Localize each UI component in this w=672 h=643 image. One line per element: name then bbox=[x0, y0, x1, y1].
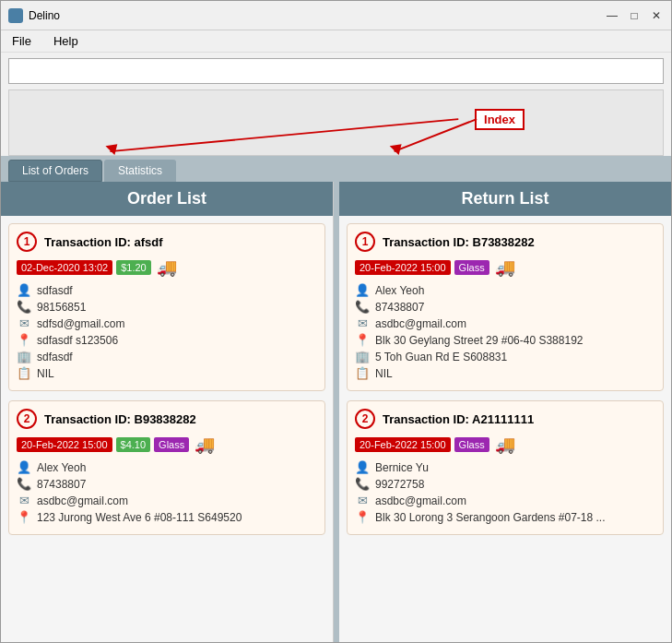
svg-line-0 bbox=[110, 119, 458, 151]
email-icon-r2: ✉ bbox=[355, 494, 370, 507]
order-1-email-row: ✉ sdfsd@gmail.com bbox=[17, 316, 317, 330]
return-2-date-badge: 20-Feb-2022 15:00 bbox=[355, 437, 451, 452]
return-1-address-row: 📍 Blk 30 Geylang Street 29 #06-40 S38819… bbox=[355, 333, 655, 347]
index-area: Index bbox=[8, 89, 664, 156]
svg-line-2 bbox=[395, 119, 477, 151]
return-1-notes-row: 📋 NIL bbox=[355, 366, 655, 380]
app-icon bbox=[8, 8, 23, 23]
order-list-header: Order List bbox=[1, 182, 333, 216]
menu-help[interactable]: Help bbox=[48, 32, 84, 50]
order-2-email-row: ✉ asdbc@gmail.com bbox=[17, 494, 317, 507]
return-1-email-row: ✉ asdbc@gmail.com bbox=[355, 316, 655, 330]
order-1-title: 1 Transaction ID: afsdf bbox=[17, 232, 317, 252]
svg-marker-3 bbox=[390, 144, 402, 155]
app-window: Delino — □ ✕ File Help Index List of Ord… bbox=[0, 0, 672, 643]
return-2-address-row: 📍 Blk 30 Lorong 3 Serangoon Gardens #07-… bbox=[355, 510, 655, 524]
order-2-glass-badge: Glass bbox=[154, 437, 189, 452]
order-2-badges: 20-Feb-2022 15:00 $4.10 Glass 🚚 bbox=[17, 435, 317, 455]
order-2-phone-row: 📞 87438807 bbox=[17, 477, 317, 491]
order-1-phone-row: 📞 98156851 bbox=[17, 300, 317, 314]
return-2-badges: 20-Feb-2022 15:00 Glass 🚚 bbox=[355, 435, 655, 455]
app-title: Delino bbox=[29, 9, 60, 22]
person-icon-r2: 👤 bbox=[355, 460, 370, 474]
order-1-badges: 02-Dec-2020 13:02 $1.20 🚚 bbox=[17, 257, 317, 278]
return-list-column: Return List 1 Transaction ID: B73838282 … bbox=[339, 182, 671, 642]
phone-icon-2: 📞 bbox=[17, 477, 31, 491]
phone-icon-r1: 📞 bbox=[355, 300, 370, 314]
title-bar-left: Delino bbox=[8, 8, 60, 23]
location-icon-r2: 📍 bbox=[355, 510, 370, 524]
return-2-truck-icon: 🚚 bbox=[495, 435, 515, 455]
order-2-price-badge: $4.10 bbox=[116, 437, 151, 452]
order-1-building-row: 🏢 sdfasdf bbox=[17, 350, 317, 363]
order-2-num: 2 bbox=[17, 409, 37, 429]
return-2-title: 2 Transaction ID: A21111111 bbox=[355, 409, 655, 429]
close-button[interactable]: ✕ bbox=[649, 8, 664, 23]
person-icon: 👤 bbox=[17, 283, 31, 297]
order-card-1: 1 Transaction ID: afsdf 02-Dec-2020 13:0… bbox=[8, 223, 325, 391]
order-2-date-badge: 20-Feb-2022 15:00 bbox=[17, 437, 112, 452]
building-icon-r1: 🏢 bbox=[355, 350, 370, 363]
notes-icon: 📋 bbox=[17, 366, 31, 380]
email-icon-r1: ✉ bbox=[355, 316, 370, 330]
return-2-email-row: ✉ asdbc@gmail.com bbox=[355, 494, 655, 507]
return-2-num: 2 bbox=[355, 409, 375, 429]
return-2-phone-row: 📞 99272758 bbox=[355, 477, 655, 491]
return-1-title: 1 Transaction ID: B73838282 bbox=[355, 232, 655, 252]
return-2-glass-badge: Glass bbox=[454, 437, 489, 452]
location-icon: 📍 bbox=[17, 333, 31, 347]
return-1-date-badge: 20-Feb-2022 15:00 bbox=[355, 260, 451, 275]
phone-icon: 📞 bbox=[17, 300, 31, 314]
email-icon-2: ✉ bbox=[17, 494, 31, 507]
title-bar: Delino — □ ✕ bbox=[1, 1, 671, 30]
return-1-num: 1 bbox=[355, 232, 375, 252]
return-list-body: 1 Transaction ID: B73838282 20-Feb-2022 … bbox=[339, 216, 671, 642]
return-1-building-row: 🏢 5 Toh Guan Rd E S608831 bbox=[355, 350, 655, 363]
minimize-button[interactable]: — bbox=[605, 8, 619, 23]
return-card-1: 1 Transaction ID: B73838282 20-Feb-2022 … bbox=[347, 223, 664, 391]
order-1-address-row: 📍 sdfasdf s123506 bbox=[17, 333, 317, 347]
search-bar bbox=[1, 53, 671, 89]
return-list-header: Return List bbox=[339, 182, 671, 216]
return-1-phone-row: 📞 87438807 bbox=[355, 300, 655, 314]
email-icon: ✉ bbox=[17, 316, 31, 330]
return-1-glass-badge: Glass bbox=[454, 260, 489, 275]
title-bar-controls: — □ ✕ bbox=[605, 8, 664, 23]
order-1-truck-icon: 🚚 bbox=[157, 257, 177, 278]
notes-icon-r1: 📋 bbox=[355, 366, 370, 380]
maximize-button[interactable]: □ bbox=[627, 8, 642, 23]
order-1-price-badge: $1.20 bbox=[116, 260, 151, 275]
return-1-badges: 20-Feb-2022 15:00 Glass 🚚 bbox=[355, 257, 655, 278]
tab-list-of-orders[interactable]: List of Orders bbox=[8, 160, 102, 182]
order-1-notes-row: 📋 NIL bbox=[17, 366, 317, 380]
order-2-truck-icon: 🚚 bbox=[195, 435, 215, 455]
phone-icon-r2: 📞 bbox=[355, 477, 370, 491]
order-1-date-badge: 02-Dec-2020 13:02 bbox=[17, 260, 112, 275]
menu-bar: File Help bbox=[1, 30, 671, 53]
order-1-name-row: 👤 sdfasdf bbox=[17, 283, 317, 297]
order-2-name-row: 👤 Alex Yeoh bbox=[17, 460, 317, 474]
order-list-body: 1 Transaction ID: afsdf 02-Dec-2020 13:0… bbox=[1, 216, 333, 642]
search-input[interactable] bbox=[8, 58, 664, 84]
order-2-address-row: 📍 123 Jurong West Ave 6 #08-111 S649520 bbox=[17, 510, 317, 524]
location-icon-2: 📍 bbox=[17, 510, 31, 524]
order-list-column: Order List 1 Transaction ID: afsdf 02-De… bbox=[1, 182, 334, 642]
return-1-name-row: 👤 Alex Yeoh bbox=[355, 283, 655, 297]
order-card-2: 2 Transaction ID: B93838282 20-Feb-2022 … bbox=[8, 400, 325, 535]
building-icon: 🏢 bbox=[17, 350, 31, 363]
menu-file[interactable]: File bbox=[6, 32, 37, 50]
index-label: Index bbox=[475, 109, 525, 130]
main-content: Order List 1 Transaction ID: afsdf 02-De… bbox=[1, 182, 671, 642]
index-arrow bbox=[9, 90, 663, 155]
return-1-truck-icon: 🚚 bbox=[495, 257, 515, 278]
person-icon-r1: 👤 bbox=[355, 283, 370, 297]
return-2-name-row: 👤 Bernice Yu bbox=[355, 460, 655, 474]
tabs-bar: List of Orders Statistics bbox=[1, 156, 671, 182]
order-2-title: 2 Transaction ID: B93838282 bbox=[17, 409, 317, 429]
order-1-num: 1 bbox=[17, 232, 37, 252]
tab-statistics[interactable]: Statistics bbox=[104, 160, 176, 182]
person-icon-2: 👤 bbox=[17, 460, 31, 474]
svg-marker-1 bbox=[105, 144, 117, 155]
location-icon-r1: 📍 bbox=[355, 333, 370, 347]
return-card-2: 2 Transaction ID: A21111111 20-Feb-2022 … bbox=[347, 400, 664, 535]
